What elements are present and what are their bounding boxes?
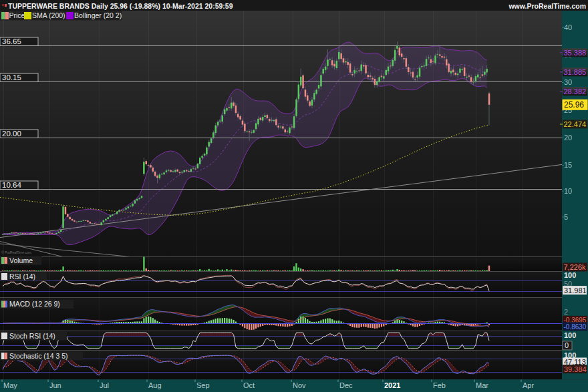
svg-text:7,226k: 7,226k (564, 263, 587, 271)
svg-text:2: 2 (564, 308, 568, 316)
svg-text:RSI (14): RSI (14) (9, 272, 35, 280)
svg-text:Mar: Mar (476, 381, 488, 389)
svg-text:31.981: 31.981 (564, 286, 587, 295)
svg-text:30.15: 30.15 (2, 73, 21, 81)
svg-text:Stochastic (14 3 5): Stochastic (14 3 5) (9, 352, 68, 360)
svg-text:MACD (12 26 9): MACD (12 26 9) (9, 300, 60, 308)
svg-text:Nov: Nov (293, 381, 306, 389)
svg-text:Price: Price (9, 11, 25, 19)
svg-text:100: 100 (564, 331, 576, 339)
svg-text:40: 40 (564, 23, 572, 31)
svg-text:2021: 2021 (384, 381, 400, 389)
svg-text:www.ProRealTime.com: www.ProRealTime.com (508, 2, 586, 10)
svg-text:Stoch RSI (14): Stoch RSI (14) (9, 332, 55, 340)
svg-text:Feb: Feb (433, 381, 446, 389)
svg-text:-0.8630: -0.8630 (564, 323, 587, 331)
svg-text:20: 20 (564, 134, 572, 142)
svg-text:Aug: Aug (148, 381, 162, 389)
svg-text:Volume: Volume (9, 256, 33, 264)
svg-text:SMA (200): SMA (200) (32, 11, 65, 19)
svg-text:10: 10 (564, 187, 572, 195)
svg-text:100: 100 (564, 271, 576, 279)
svg-text:35.388: 35.388 (564, 49, 587, 57)
svg-text:31.885: 31.885 (564, 68, 587, 76)
svg-text:30: 30 (564, 78, 572, 86)
svg-text:36.65: 36.65 (2, 37, 21, 45)
svg-text:10.64: 10.64 (2, 181, 21, 189)
svg-text:Sep: Sep (196, 381, 210, 389)
svg-text:May: May (3, 381, 17, 389)
svg-text:Bollinger (20 2): Bollinger (20 2) (74, 11, 122, 19)
svg-text:39.384: 39.384 (564, 365, 587, 373)
svg-text:15: 15 (564, 161, 572, 169)
svg-text:25.96: 25.96 (564, 100, 584, 110)
svg-text:28.382: 28.382 (564, 87, 587, 95)
svg-text:© ProRealTime.com: © ProRealTime.com (1, 250, 31, 254)
svg-text:Dec: Dec (339, 381, 353, 389)
svg-text:Oct: Oct (243, 381, 255, 389)
svg-text:0: 0 (565, 341, 569, 349)
svg-text:20.00: 20.00 (2, 130, 21, 138)
svg-text:22.474: 22.474 (564, 120, 587, 128)
svg-text:Jul: Jul (100, 381, 109, 389)
svg-text:TUPPERWARE BRANDS Daily 25.96: TUPPERWARE BRANDS Daily 25.96 (-19.88%) … (8, 2, 233, 10)
svg-text:5: 5 (564, 213, 568, 221)
svg-text:Jun: Jun (49, 381, 61, 389)
svg-text:Apr: Apr (523, 381, 534, 389)
